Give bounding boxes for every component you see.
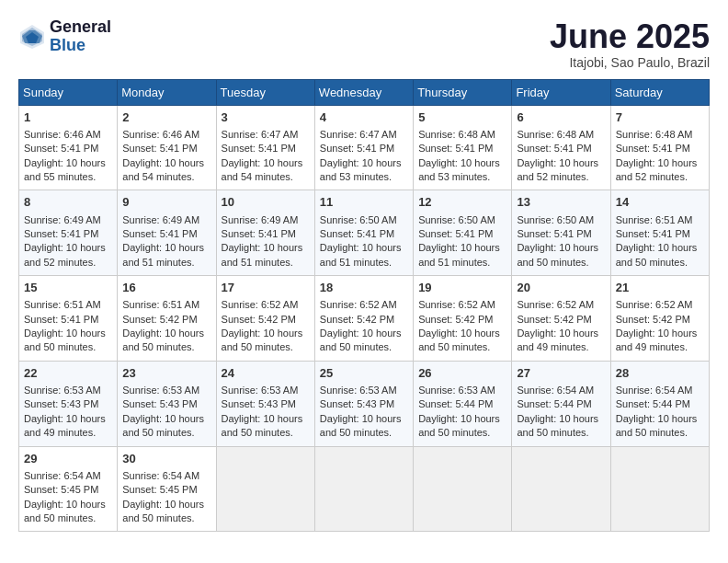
calendar-cell: 7Sunrise: 6:48 AMSunset: 5:41 PMDaylight… bbox=[610, 105, 709, 190]
sunset-text: Sunset: 5:41 PM bbox=[122, 228, 197, 239]
daylight-text: Daylight: 10 hours and 50 minutes. bbox=[320, 413, 402, 438]
daylight-text: Daylight: 10 hours and 52 minutes. bbox=[616, 157, 698, 182]
day-header-wednesday: Wednesday bbox=[314, 79, 413, 105]
day-header-thursday: Thursday bbox=[414, 79, 512, 105]
sunrise-text: Sunrise: 6:49 AM bbox=[24, 214, 101, 225]
daylight-text: Daylight: 10 hours and 50 minutes. bbox=[122, 327, 204, 352]
sunset-text: Sunset: 5:43 PM bbox=[222, 398, 296, 409]
daylight-text: Daylight: 10 hours and 50 minutes. bbox=[24, 327, 106, 352]
daylight-text: Daylight: 10 hours and 54 minutes. bbox=[222, 157, 303, 182]
daylight-text: Daylight: 10 hours and 49 minutes. bbox=[24, 413, 106, 438]
calendar-cell: 3Sunrise: 6:47 AMSunset: 5:41 PMDaylight… bbox=[216, 105, 314, 190]
daylight-text: Daylight: 10 hours and 50 minutes. bbox=[122, 499, 204, 523]
sunset-text: Sunset: 5:41 PM bbox=[320, 143, 394, 154]
sunset-text: Sunset: 5:41 PM bbox=[24, 143, 98, 154]
sunrise-text: Sunrise: 6:50 AM bbox=[320, 214, 397, 225]
calendar-week-3: 15Sunrise: 6:51 AMSunset: 5:41 PMDayligh… bbox=[19, 276, 710, 362]
sunset-text: Sunset: 5:41 PM bbox=[517, 228, 591, 239]
sunset-text: Sunset: 5:41 PM bbox=[616, 228, 690, 239]
sunset-text: Sunset: 5:41 PM bbox=[418, 143, 493, 154]
sunrise-text: Sunrise: 6:50 AM bbox=[517, 214, 594, 225]
sunset-text: Sunset: 5:44 PM bbox=[418, 398, 493, 409]
sunset-text: Sunset: 5:44 PM bbox=[616, 398, 690, 409]
daylight-text: Daylight: 10 hours and 50 minutes. bbox=[418, 327, 500, 352]
daylight-text: Daylight: 10 hours and 51 minutes. bbox=[320, 242, 402, 267]
day-number: 23 bbox=[122, 365, 210, 382]
logo-general-text: General bbox=[50, 18, 111, 37]
daylight-text: Daylight: 10 hours and 50 minutes. bbox=[222, 327, 303, 352]
sunset-text: Sunset: 5:42 PM bbox=[418, 314, 493, 325]
day-number: 1 bbox=[24, 109, 112, 126]
sunrise-text: Sunrise: 6:52 AM bbox=[320, 299, 397, 310]
calendar-cell: 22Sunrise: 6:53 AMSunset: 5:43 PMDayligh… bbox=[19, 361, 118, 446]
calendar-cell: 5Sunrise: 6:48 AMSunset: 5:41 PMDaylight… bbox=[414, 105, 512, 190]
calendar-cell: 11Sunrise: 6:50 AMSunset: 5:41 PMDayligh… bbox=[314, 190, 413, 276]
calendar-cell: 10Sunrise: 6:49 AMSunset: 5:41 PMDayligh… bbox=[216, 190, 314, 276]
sunrise-text: Sunrise: 6:51 AM bbox=[616, 214, 693, 225]
day-number: 11 bbox=[320, 194, 408, 211]
calendar-cell: 4Sunrise: 6:47 AMSunset: 5:41 PMDaylight… bbox=[314, 105, 413, 190]
calendar-cell: 25Sunrise: 6:53 AMSunset: 5:43 PMDayligh… bbox=[314, 361, 413, 446]
day-number: 8 bbox=[24, 194, 112, 211]
daylight-text: Daylight: 10 hours and 53 minutes. bbox=[320, 157, 402, 182]
day-number: 29 bbox=[24, 451, 112, 467]
day-number: 30 bbox=[122, 451, 210, 467]
day-number: 16 bbox=[122, 280, 210, 296]
day-header-saturday: Saturday bbox=[610, 79, 709, 105]
daylight-text: Daylight: 10 hours and 49 minutes. bbox=[616, 327, 698, 352]
daylight-text: Daylight: 10 hours and 50 minutes. bbox=[320, 327, 402, 352]
day-number: 20 bbox=[517, 280, 605, 296]
calendar-cell: 19Sunrise: 6:52 AMSunset: 5:42 PMDayligh… bbox=[414, 276, 512, 362]
calendar-cell: 28Sunrise: 6:54 AMSunset: 5:44 PMDayligh… bbox=[610, 361, 709, 446]
day-number: 3 bbox=[222, 109, 310, 126]
sunset-text: Sunset: 5:45 PM bbox=[24, 484, 98, 495]
daylight-text: Daylight: 10 hours and 52 minutes. bbox=[24, 242, 106, 267]
sunset-text: Sunset: 5:42 PM bbox=[222, 314, 296, 325]
sunrise-text: Sunrise: 6:52 AM bbox=[616, 299, 693, 310]
calendar-cell: 8Sunrise: 6:49 AMSunset: 5:41 PMDaylight… bbox=[19, 190, 118, 276]
page-header: General Blue June 2025 Itajobi, Sao Paul… bbox=[18, 18, 710, 70]
sunrise-text: Sunrise: 6:48 AM bbox=[517, 129, 594, 140]
day-header-sunday: Sunday bbox=[19, 79, 118, 105]
sunrise-text: Sunrise: 6:52 AM bbox=[517, 299, 594, 310]
day-number: 14 bbox=[616, 194, 704, 211]
calendar-cell: 21Sunrise: 6:52 AMSunset: 5:42 PMDayligh… bbox=[610, 276, 709, 362]
sunrise-text: Sunrise: 6:46 AM bbox=[122, 129, 199, 140]
day-number: 22 bbox=[24, 365, 112, 382]
sunrise-text: Sunrise: 6:54 AM bbox=[24, 470, 101, 481]
calendar-cell: 13Sunrise: 6:50 AMSunset: 5:41 PMDayligh… bbox=[512, 190, 610, 276]
sunrise-text: Sunrise: 6:47 AM bbox=[222, 129, 299, 140]
calendar-cell bbox=[216, 446, 314, 532]
day-header-friday: Friday bbox=[512, 79, 610, 105]
sunrise-text: Sunrise: 6:53 AM bbox=[24, 385, 101, 396]
day-number: 25 bbox=[320, 365, 408, 382]
sunrise-text: Sunrise: 6:53 AM bbox=[418, 385, 495, 396]
sunset-text: Sunset: 5:43 PM bbox=[122, 398, 197, 409]
calendar-cell: 6Sunrise: 6:48 AMSunset: 5:41 PMDaylight… bbox=[512, 105, 610, 190]
sunset-text: Sunset: 5:41 PM bbox=[418, 228, 493, 239]
calendar-cell: 15Sunrise: 6:51 AMSunset: 5:41 PMDayligh… bbox=[19, 276, 118, 362]
day-number: 21 bbox=[616, 280, 704, 296]
calendar-cell bbox=[414, 446, 512, 532]
sunrise-text: Sunrise: 6:53 AM bbox=[122, 385, 199, 396]
sunrise-text: Sunrise: 6:48 AM bbox=[418, 129, 495, 140]
calendar-cell: 14Sunrise: 6:51 AMSunset: 5:41 PMDayligh… bbox=[610, 190, 709, 276]
calendar-cell: 30Sunrise: 6:54 AMSunset: 5:45 PMDayligh… bbox=[118, 446, 216, 532]
day-header-tuesday: Tuesday bbox=[216, 79, 314, 105]
calendar-cell: 1Sunrise: 6:46 AMSunset: 5:41 PMDaylight… bbox=[19, 105, 118, 190]
daylight-text: Daylight: 10 hours and 55 minutes. bbox=[24, 157, 106, 182]
day-number: 27 bbox=[517, 365, 605, 382]
calendar-cell: 9Sunrise: 6:49 AMSunset: 5:41 PMDaylight… bbox=[118, 190, 216, 276]
sunrise-text: Sunrise: 6:52 AM bbox=[222, 299, 299, 310]
logo: General Blue bbox=[18, 18, 111, 55]
calendar-cell: 20Sunrise: 6:52 AMSunset: 5:42 PMDayligh… bbox=[512, 276, 610, 362]
location: Itajobi, Sao Paulo, Brazil bbox=[550, 55, 710, 70]
calendar-cell: 24Sunrise: 6:53 AMSunset: 5:43 PMDayligh… bbox=[216, 361, 314, 446]
calendar-week-1: 1Sunrise: 6:46 AMSunset: 5:41 PMDaylight… bbox=[19, 105, 710, 190]
daylight-text: Daylight: 10 hours and 51 minutes. bbox=[418, 242, 500, 267]
sunrise-text: Sunrise: 6:53 AM bbox=[222, 385, 299, 396]
day-number: 24 bbox=[222, 365, 310, 382]
sunrise-text: Sunrise: 6:47 AM bbox=[320, 129, 397, 140]
day-number: 5 bbox=[418, 109, 506, 126]
sunrise-text: Sunrise: 6:51 AM bbox=[24, 299, 101, 310]
